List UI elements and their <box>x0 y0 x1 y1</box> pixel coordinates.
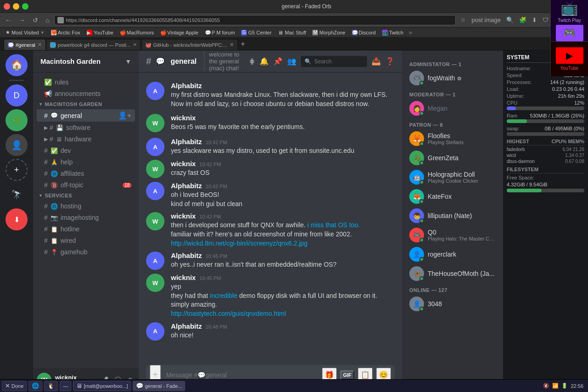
taskbar-dash-button[interactable]: — <box>60 381 71 391</box>
bookmark-morphzone[interactable]: M MorphZone <box>310 29 348 36</box>
forward-button[interactable]: → <box>17 16 28 25</box>
channel-dev[interactable]: # ✅ dev <box>37 145 135 156</box>
search-icon[interactable]: 🔍 <box>504 16 515 24</box>
channel-wired[interactable]: # 📋 wired <box>37 235 135 246</box>
member-greenzeta[interactable]: 🐊 GreenZeta <box>406 149 499 167</box>
bookmark-twitch[interactable]: 📺 Twitch <box>379 29 406 36</box>
messages-area[interactable]: A Alphabitz my first distro was Mandrake… <box>139 73 402 365</box>
explore-icon[interactable]: 🔭 <box>6 184 28 206</box>
taskbar-terminal-button[interactable]: 🖥 [matt@powerboo...] <box>73 381 131 391</box>
help-button[interactable]: ❓ <box>385 57 395 66</box>
inbox-button[interactable]: 📥 <box>372 57 381 66</box>
status-dot-megan <box>419 111 424 116</box>
collapse-icon-hardware: ▶ <box>44 136 48 142</box>
channel-help[interactable]: # 🙏 help <box>37 157 135 168</box>
add-server-icon[interactable]: + <box>6 159 28 181</box>
status-dot-thehouseofmoth <box>419 276 424 281</box>
gif-button[interactable]: GIF <box>340 370 354 380</box>
bookmark-mac-stuff[interactable]: 🖥 Mac Stuff <box>275 29 309 36</box>
member-name-katefox: KateFox <box>428 193 496 200</box>
taskbar-done-button[interactable]: ✕ Done <box>2 381 27 391</box>
adblock-icon[interactable]: 🛡 <box>541 16 550 24</box>
bookmark-pm-forum[interactable]: 💬 P M forum <box>202 29 238 36</box>
message-group: W wicknix 10:42 PM crazy fast OS <box>139 158 402 180</box>
qnx-link[interactable]: http://wickd.8m.net/cgi-bin/i/screenyz/q… <box>171 240 307 247</box>
taskbar-browser-icon[interactable]: 🌐 <box>28 381 42 391</box>
msg-author: wicknix <box>171 160 196 168</box>
toastytech-link[interactable]: http://toastytech.com/guis/qnxdemo.html <box>171 310 286 317</box>
pin-button[interactable]: 📌 <box>273 57 283 66</box>
channel-general[interactable]: # 💬 general 👤+ <box>37 109 135 122</box>
bookmark-discord[interactable]: 💬 Discord <box>349 29 379 36</box>
channel-affiliates[interactable]: # 🌐 affiliates <box>37 168 135 179</box>
minimize-button[interactable] <box>13 3 19 10</box>
member-q0[interactable]: 🎮 Q0 Playing Halo: The Master Chi... <box>406 226 499 244</box>
channel-hosting[interactable]: # 🌐 hosting <box>37 201 135 212</box>
member-fogwraith[interactable]: 🎮 fogWraith ⚙ <box>406 69 499 87</box>
bookmark-macrumors[interactable]: 🍎 MacRumors <box>117 29 157 36</box>
member-floofies[interactable]: 🦊 Floofies Playing Stellaris <box>406 129 499 148</box>
section-macintosh-garden[interactable]: ▼ MACINTOSH GARDEN <box>33 100 139 109</box>
bookmark-g5center[interactable]: G G5 Center <box>238 29 274 36</box>
tab-general[interactable]: 💬 #general ✕ <box>4 39 46 50</box>
channel-announcements[interactable]: 📢 announcements <box>37 88 135 99</box>
tab-close-general[interactable]: ✕ <box>38 42 42 48</box>
channel-off-topic[interactable]: # 🔞 off-topic 18 <box>37 179 135 190</box>
download-server-icon[interactable]: ⬇ <box>6 208 28 230</box>
msg-content: Alphabitz 10:42 PM oh i loved BeOS! kind… <box>171 182 395 208</box>
process-vals: 0.67 0.08 <box>565 159 584 164</box>
channel-gamehub[interactable]: # 📍 gamehub <box>37 246 135 258</box>
search-bar[interactable]: 🔍 <box>301 56 367 67</box>
search-input[interactable] <box>314 58 363 65</box>
channel-hardware[interactable]: ▶ # 🖥 hardware <box>37 134 135 145</box>
tab-close-github[interactable]: ✕ <box>230 42 234 48</box>
members-button[interactable]: 👥 <box>287 57 296 66</box>
reload-button[interactable]: ↺ <box>30 16 40 25</box>
user-icon[interactable]: 👤 <box>6 134 28 156</box>
server-header[interactable]: Macintosh Garden ▼ <box>33 50 139 73</box>
twitch-panel[interactable]: 📺 Twitch Play 🎮 <box>551 0 588 42</box>
bookmark-arctic-fox[interactable]: 🦊 Arctic Fox <box>48 29 83 36</box>
channel-hotline[interactable]: # 📋 hotline <box>37 224 135 235</box>
bookmark-youtube[interactable]: ▶ YouTube <box>84 29 116 36</box>
tab-github[interactable]: 🐙 GitHub - wicknix/InterWebPPC:... ✕ <box>141 39 238 50</box>
tab-close-powerbook[interactable]: ✕ <box>133 42 137 48</box>
server-divider <box>9 80 24 81</box>
channel-rules[interactable]: ✅ rules <box>37 77 135 88</box>
member-thehouseofmoth[interactable]: 🦋 TheHouseOfMoth (Ja... <box>406 264 499 283</box>
star-icon[interactable]: ☆ <box>458 16 468 24</box>
mg-server-icon[interactable]: 🌿 <box>6 109 28 131</box>
notification-button[interactable]: 🔔 <box>260 57 269 66</box>
member-katefox[interactable]: 🦊 KateFox <box>406 187 499 206</box>
member-rogerclark[interactable]: 👤 rogerclark <box>406 245 499 263</box>
youtube-panel[interactable]: ▶ YouTube <box>551 42 588 76</box>
taskbar-discord-button[interactable]: 💬 general - Fade... <box>133 381 185 391</box>
bookmark-vintage-apple[interactable]: 🍎 Vintage Apple <box>158 29 201 36</box>
extensions-icon[interactable]: 🧩 <box>517 16 528 24</box>
home-server-icon[interactable]: 🏠 <box>6 54 28 76</box>
url-bar[interactable]: https://discord.com/channels/44192633660… <box>54 15 456 25</box>
new-tab-button[interactable]: + <box>238 40 248 48</box>
hostname-label: Hostname: <box>507 66 531 71</box>
download-icon[interactable]: ⬇ <box>530 16 539 24</box>
back-button[interactable]: ← <box>3 16 14 25</box>
more-bookmarks-icon[interactable]: » <box>409 29 412 36</box>
section-services[interactable]: ▼ SERVICES <box>33 191 139 200</box>
member-lilliputian[interactable]: 👦 lilliputian (Nate) <box>406 207 499 225</box>
channel-imagehosting[interactable]: # 📷 imagehosting <box>37 212 135 223</box>
ram-val: 530MiB / 1.96GiB (26%) <box>530 113 584 118</box>
tab-powerbook[interactable]: 🌐 powerbook g4 discord — Posti... ✕ <box>46 39 141 50</box>
hashtag-button[interactable]: ⋕ <box>249 57 255 66</box>
msg-header: Alphabitz 10:42 PM <box>171 182 395 190</box>
maximize-button[interactable] <box>22 3 28 10</box>
volume-icon[interactable]: 🔇 <box>543 383 549 389</box>
add-member-icon[interactable]: 👤+ <box>118 111 131 120</box>
member-megan[interactable]: 👩 Megan <box>406 99 499 118</box>
taskbar-penguin-icon[interactable]: 🐧 <box>44 381 58 391</box>
member-holographic-doll[interactable]: 🤖 Holographic Doll Playing Cookie Clicke… <box>406 168 499 186</box>
discord-server-icon[interactable]: D <box>6 84 28 106</box>
close-button[interactable] <box>4 3 10 10</box>
home-button[interactable]: ⌂ <box>43 16 51 25</box>
channel-software[interactable]: ▶ # 💾 software <box>37 122 135 133</box>
bookmark-most-visited[interactable]: ★ Most Visited ▼ <box>3 29 47 36</box>
